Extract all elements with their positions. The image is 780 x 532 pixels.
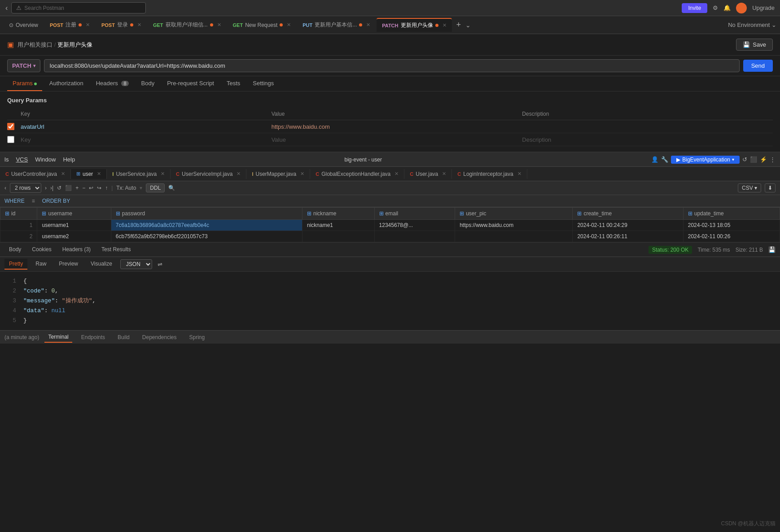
ide-tab-userserviceimpl[interactable]: C UserServiceImpl.java ✕ (171, 169, 246, 179)
invite-button[interactable]: Invite (682, 3, 707, 13)
close-icon[interactable]: ✕ (217, 22, 221, 28)
tab-build[interactable]: Build (114, 332, 133, 342)
param-key-1[interactable]: avatarUrl (21, 123, 272, 130)
tab-put-basic[interactable]: PUT 更新用户基本信... ✕ (297, 18, 376, 31)
tab-endpoints[interactable]: Endpoints (78, 332, 109, 342)
col-username-header[interactable]: ⊞username (37, 208, 111, 220)
cell-create_time[interactable]: 2024-02-11 00:26:11 (573, 231, 683, 242)
cell-update_time[interactable]: 2024-02-11 00:26 (683, 231, 780, 242)
col-nickname-header[interactable]: ⊞nickname (302, 208, 374, 220)
close-icon[interactable]: ✕ (97, 171, 101, 177)
table-row[interactable]: 2username26cb75f652a9b52798eb6cf2201057c… (0, 231, 780, 242)
tab-tests[interactable]: Tests (221, 76, 245, 91)
tabs-overflow-button[interactable]: ⌄ (465, 22, 471, 29)
cell-password[interactable]: 6cb75f652a9b52798eb6cf2201057c73 (111, 231, 302, 242)
avatar[interactable] (736, 3, 747, 13)
param-value-empty[interactable]: Value (272, 136, 522, 143)
wrap-icon[interactable]: ⇌ (158, 261, 162, 268)
search-filter-icon[interactable]: 🔍 (168, 185, 175, 191)
close-icon[interactable]: ✕ (161, 171, 165, 177)
rows-select[interactable]: 2 rows (10, 183, 41, 193)
ide-tab-userservice[interactable]: I UserService.java ✕ (107, 169, 171, 179)
tab-pre-request[interactable]: Pre-request Script (162, 76, 219, 91)
close-icon[interactable]: ✕ (137, 22, 141, 28)
tab-get-new-request[interactable]: GET New Request ✕ (228, 19, 297, 31)
undo-icon[interactable]: ↩ (89, 185, 93, 191)
notification-icon[interactable]: 🔔 (723, 4, 731, 11)
cell-email[interactable] (374, 231, 455, 242)
resp-tab-test-results[interactable]: Test Results (97, 244, 135, 255)
save-response-icon[interactable]: 💾 (768, 246, 776, 253)
param-value-1[interactable]: https://www.baidu.com (272, 123, 522, 130)
json-format-select[interactable]: JSON (120, 259, 152, 269)
tab-body[interactable]: Body (136, 76, 160, 91)
tab-post-register[interactable]: POST 注册 ✕ (44, 18, 95, 31)
menu-help[interactable]: Help (63, 156, 75, 163)
stop-icon[interactable]: ⬛ (65, 185, 72, 191)
method-select[interactable]: PATCH ▾ (7, 59, 40, 72)
close-icon[interactable]: ✕ (366, 22, 370, 28)
menu-window[interactable]: Window (35, 156, 56, 163)
hammer-icon[interactable]: 🔧 (661, 156, 668, 163)
submit-icon[interactable]: ↑ (105, 185, 108, 191)
col-email-header[interactable]: ⊞email (374, 208, 455, 220)
breadcrumb-parent[interactable]: 用户相关接口 (18, 41, 53, 48)
ide-tab-user-java[interactable]: C User.java ✕ (404, 169, 452, 179)
resp-tab-body[interactable]: Body (4, 244, 26, 255)
close-icon[interactable]: ✕ (86, 22, 90, 28)
redo-icon[interactable]: ↪ (97, 185, 101, 191)
add-tab-button[interactable]: + (453, 20, 465, 30)
add-row-icon[interactable]: + (75, 185, 79, 191)
cell-username[interactable]: username1 (37, 220, 111, 231)
close-icon[interactable]: ✕ (443, 22, 447, 28)
cell-password[interactable]: 7c6a180b36896a0a8c02787eeafb0e4c (111, 220, 302, 231)
resp-tab-cookies[interactable]: Cookies (27, 244, 56, 255)
ide-tab-logininterceptor[interactable]: C LoginInterceptor.java ✕ (452, 169, 527, 179)
json-tab-raw[interactable]: Raw (31, 259, 51, 270)
menu-vcs[interactable]: VCS (16, 156, 28, 163)
param-desc-empty[interactable]: Description (522, 136, 773, 143)
param-checkbox-1[interactable] (7, 123, 14, 130)
cell-email[interactable]: 12345678@... (374, 220, 455, 231)
ide-tab-globalexception[interactable]: C GlobalExceptionHandler.java ✕ (310, 169, 404, 179)
upgrade-button[interactable]: Upgrade (752, 4, 775, 11)
tab-settings[interactable]: Settings (247, 76, 279, 91)
tab-dependencies[interactable]: Dependencies (139, 332, 180, 342)
send-button[interactable]: Send (743, 60, 773, 72)
cell-create_time[interactable]: 2024-02-11 00:24:29 (573, 220, 683, 231)
refresh-icon[interactable]: ↺ (742, 156, 747, 163)
cell-id[interactable]: 2 (0, 231, 37, 242)
json-tab-pretty[interactable]: Pretty (4, 259, 27, 270)
refresh-icon[interactable]: ↺ (57, 185, 61, 191)
debug-icon[interactable]: ⬛ (750, 156, 757, 163)
close-icon[interactable]: ✕ (300, 171, 304, 177)
tab-headers[interactable]: Headers 8 (91, 76, 134, 91)
cell-nickname[interactable] (302, 231, 374, 242)
nav-end-icon[interactable]: ›| (50, 185, 53, 191)
url-input[interactable] (44, 59, 740, 72)
search-box[interactable]: ⚠ Search Postman (11, 2, 146, 13)
tab-authorization[interactable]: Authorization (44, 76, 89, 91)
col-createtime-header[interactable]: ⊞create_time (573, 208, 683, 220)
close-icon[interactable]: ✕ (61, 171, 65, 177)
close-icon[interactable]: ✕ (237, 171, 241, 177)
tab-get-user-detail[interactable]: GET 获取用户详细信... ✕ (148, 18, 227, 31)
tab-post-login[interactable]: POST 登录 ✕ (96, 18, 147, 31)
nav-forward-icon[interactable]: › (45, 185, 47, 191)
cell-nickname[interactable]: nickname1 (302, 220, 374, 231)
cell-id[interactable]: 1 (0, 220, 37, 231)
person-icon[interactable]: 👤 (651, 156, 658, 163)
table-row[interactable]: 1username17c6a180b36896a0a8c02787eeafb0e… (0, 220, 780, 231)
save-button[interactable]: 💾 Save (736, 39, 773, 51)
ide-tab-usercontroller[interactable]: C UserController.java ✕ (0, 169, 71, 179)
param-key-empty[interactable]: Key (21, 136, 272, 143)
col-id-header[interactable]: ⊞id (0, 208, 37, 220)
col-password-header[interactable]: ⊞password (111, 208, 302, 220)
tab-terminal[interactable]: Terminal (44, 332, 72, 343)
download-button[interactable]: ⬇ (765, 183, 776, 192)
close-icon[interactable]: ✕ (517, 171, 521, 177)
resp-tab-headers[interactable]: Headers (3) (58, 244, 95, 255)
cell-username[interactable]: username2 (37, 231, 111, 242)
col-userpic-header[interactable]: ⊞user_pic (455, 208, 573, 220)
more-icon[interactable]: ⋮ (770, 156, 776, 163)
